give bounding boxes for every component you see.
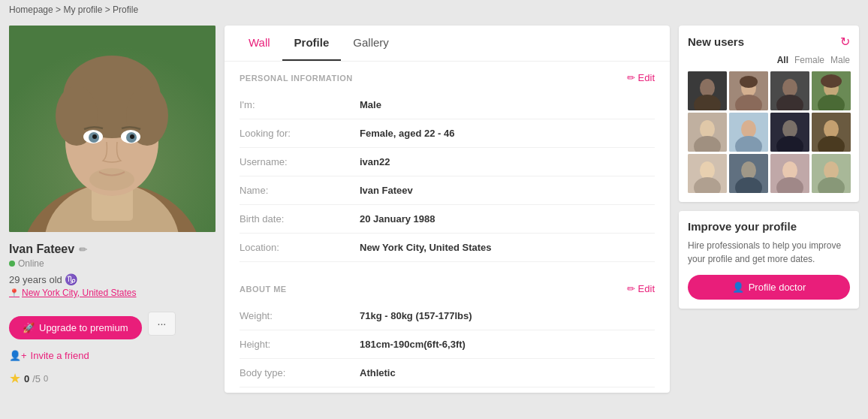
refresh-icon[interactable]: ↻	[840, 35, 850, 49]
online-status: Online	[9, 258, 215, 269]
user-thumb-7[interactable]	[770, 113, 809, 152]
star-icon: ★	[9, 370, 21, 387]
svg-point-13	[92, 134, 97, 139]
svg-point-52	[824, 161, 839, 179]
svg-point-34	[741, 120, 756, 138]
invite-friend[interactable]: 👤+ Invite a friend	[9, 350, 215, 361]
rocket-icon: 🚀	[23, 322, 35, 333]
personal-info-header: PERSONAL INFORMATION ✏ Edit	[240, 72, 655, 83]
value-height: 181cm-190cm(6ft-6,3ft)	[360, 339, 466, 350]
personal-info-section: PERSONAL INFORMATION ✏ Edit I'm: Male Lo…	[225, 62, 670, 262]
user-thumb-12[interactable]	[812, 154, 851, 193]
field-looking: Looking for: Female, aged 22 - 46	[240, 119, 655, 148]
field-username: Username: ivan22	[240, 148, 655, 176]
value-username: ivan22	[360, 156, 390, 167]
user-thumb-8[interactable]	[812, 113, 851, 152]
user-thumb-10[interactable]	[729, 154, 768, 193]
tab-wall[interactable]: Wall	[237, 26, 282, 61]
user-grid	[688, 71, 850, 193]
improve-text: Hire professionals to help you improve y…	[688, 239, 850, 266]
age-text: 29 years old	[9, 274, 62, 285]
value-location: New York City, United States	[360, 242, 492, 253]
svg-point-49	[782, 161, 797, 179]
page-layout: Ivan Fateev ✏ Online 29 years old ♑ 📍 Ne…	[0, 20, 868, 399]
user-thumb-5[interactable]	[688, 113, 727, 152]
tab-gallery[interactable]: Gallery	[341, 26, 401, 61]
label-looking: Looking for:	[240, 128, 360, 139]
about-me-section: ABOUT ME ✏ Edit Weight: 71kg - 80kg (157…	[225, 273, 670, 387]
profile-name: Ivan Fateev	[9, 243, 74, 256]
user-thumb-6[interactable]	[729, 113, 768, 152]
age-row: 29 years old ♑	[9, 273, 215, 285]
invite-label: Invite a friend	[31, 350, 89, 361]
value-bodytype: Athletic	[360, 367, 396, 378]
filter-male[interactable]: Male	[830, 55, 850, 65]
breadcrumb: Homepage > My profile > Profile	[0, 0, 868, 20]
label-height: Height:	[240, 339, 360, 350]
upgrade-button[interactable]: 🚀 Upgrade to premium	[9, 316, 142, 339]
rating-row: ★ 0 /5 0	[9, 370, 215, 387]
svg-point-24	[782, 79, 797, 97]
svg-point-40	[824, 120, 839, 138]
user-thumb-11[interactable]	[770, 154, 809, 193]
label-location: Location:	[240, 242, 360, 253]
filter-all[interactable]: All	[777, 55, 788, 65]
value-weight: 71kg - 80kg (157-177lbs)	[360, 310, 472, 321]
breadcrumb-home[interactable]: Homepage	[9, 5, 53, 15]
filter-female[interactable]: Female	[794, 55, 824, 65]
label-bodytype: Body type:	[240, 367, 360, 378]
user-thumb-4[interactable]	[812, 71, 851, 110]
improve-profile-card: Improve your profile Hire professionals …	[679, 211, 859, 309]
label-im: I'm:	[240, 99, 360, 110]
doctor-label: Profile doctor	[749, 282, 806, 293]
action-row: 🚀 Upgrade to premium ···	[9, 307, 215, 339]
edit-label: Edit	[638, 72, 655, 83]
label-username: Username:	[240, 156, 360, 167]
value-im: Male	[360, 99, 381, 110]
more-button[interactable]: ···	[148, 312, 176, 336]
invite-icon: 👤+	[9, 350, 27, 361]
svg-point-46	[741, 161, 756, 179]
about-me-title: ABOUT ME	[240, 285, 287, 294]
field-weight: Weight: 71kg - 80kg (157-177lbs)	[240, 302, 655, 330]
breadcrumb-myprofile[interactable]: My profile	[63, 5, 102, 15]
field-im: I'm: Male	[240, 91, 655, 119]
profile-name-row: Ivan Fateev ✏	[9, 243, 215, 256]
tab-profile[interactable]: Profile	[282, 26, 342, 61]
about-me-edit-button[interactable]: ✏ Edit	[627, 283, 655, 294]
field-location: Location: New York City, United States	[240, 234, 655, 262]
user-thumb-3[interactable]	[770, 71, 809, 110]
upgrade-label: Upgrade to premium	[39, 322, 128, 333]
breadcrumb-sep2: >	[105, 5, 113, 15]
right-sidebar: New users ↻ All Female Male	[679, 26, 859, 393]
about-me-header: ABOUT ME ✏ Edit	[240, 283, 655, 294]
rating-count: 0	[44, 374, 48, 383]
new-users-header: New users ↻	[688, 35, 850, 49]
left-sidebar: Ivan Fateev ✏ Online 29 years old ♑ 📍 Ne…	[9, 26, 215, 393]
value-name: Ivan Fateev	[360, 185, 413, 196]
profile-photo	[9, 26, 215, 232]
online-label: Online	[18, 258, 44, 269]
svg-point-31	[700, 120, 715, 138]
main-content: Wall Profile Gallery PERSONAL INFORMATIO…	[225, 26, 670, 393]
zodiac-sign: ♑	[65, 273, 77, 285]
about-edit-label: Edit	[638, 283, 655, 294]
user-thumb-9[interactable]	[688, 154, 727, 193]
location-text: New York City, United States	[22, 288, 137, 298]
location-link[interactable]: 📍 New York City, United States	[9, 288, 215, 298]
personal-info-edit-button[interactable]: ✏ Edit	[627, 72, 655, 83]
svg-point-14	[130, 134, 134, 139]
field-height: Height: 181cm-190cm(6ft-6,3ft)	[240, 330, 655, 359]
rating-score: 0	[24, 373, 29, 384]
new-users-card: New users ↻ All Female Male	[679, 26, 859, 202]
name-edit-icon[interactable]: ✏	[79, 244, 87, 255]
tabs-bar: Wall Profile Gallery	[225, 26, 670, 62]
svg-point-37	[782, 120, 797, 138]
label-birthdate: Birth date:	[240, 213, 360, 225]
user-thumb-2[interactable]	[729, 71, 768, 110]
profile-doctor-button[interactable]: 👤 Profile doctor	[688, 275, 850, 300]
pencil-icon: ✏	[627, 72, 635, 83]
personal-info-title: PERSONAL INFORMATION	[240, 74, 353, 83]
field-bodytype: Body type: Athletic	[240, 359, 655, 387]
user-thumb-1[interactable]	[688, 71, 727, 110]
